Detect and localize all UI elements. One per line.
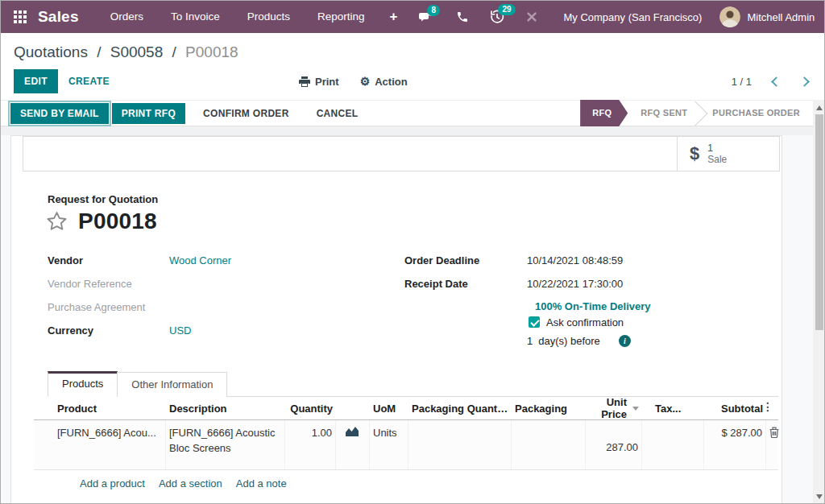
statusbar: SEND BY EMAIL PRINT RFQ CONFIRM ORDER CA… [1,100,813,126]
stage-purchase-order[interactable]: PURCHASE ORDER [699,100,813,126]
scrollbar-thumb[interactable] [815,114,823,330]
activities-icon[interactable]: 29 [490,10,504,24]
add-a-product-link[interactable]: Add a product [80,477,145,490]
col-packaging-quantity[interactable]: Packaging Quanti... [408,403,512,415]
user-menu[interactable]: Mitchell Admin [747,11,815,23]
dollar-icon: $ [690,143,699,164]
nav-reporting[interactable]: Reporting [304,1,379,33]
col-product[interactable]: Product [34,403,166,415]
breadcrumb-separator: / [172,43,176,60]
pager-next-icon[interactable] [799,76,810,87]
tab-other-information[interactable]: Other Information [117,372,227,397]
nav-products[interactable]: Products [234,1,304,33]
delete-line-icon[interactable] [766,420,790,469]
reminder-value: 1 [527,335,533,347]
cell-quantity: 1.00 [285,420,336,469]
ask-confirmation-checkbox[interactable] [529,316,540,328]
print-label: Print [315,76,339,88]
currency-link[interactable]: USD [169,324,191,337]
messages-icon[interactable]: 8 [419,10,435,23]
col-packaging[interactable]: Packaging [512,403,586,415]
action-label: Action [375,76,407,88]
field-vendor-reference: Vendor Reference [48,277,404,300]
scroll-up-icon[interactable] [813,101,825,114]
control-panel: EDIT CREATE Print ⚙ Action 1 / 1 [1,63,824,100]
app-name[interactable]: Sales [38,8,79,26]
pager-previous-icon[interactable] [771,76,781,87]
cell-product: [FURN_6666] Acou... [34,420,166,469]
vertical-scrollbar[interactable] [813,100,825,504]
field-purchase-agreement: Purchase Agreement [48,300,404,324]
field-currency: Currency USD [48,324,404,347]
favorite-star-icon[interactable] [45,210,68,233]
create-button[interactable]: CREATE [58,69,120,93]
phone-icon[interactable] [456,10,469,23]
tab-products[interactable]: Products [48,371,118,397]
print-menu[interactable]: Print [299,76,339,88]
col-description[interactable]: Description [166,403,285,415]
tools-icon[interactable] [525,10,538,23]
printer-icon [299,76,310,87]
order-line-row[interactable]: [FURN_6666] Acou... [FURN_6666] Acoustic… [34,420,778,470]
col-quantity[interactable]: Quantity [285,403,336,415]
field-receipt-date: Receipt Date 10/22/2021 17:30:00 [404,277,651,300]
cell-packaging [512,420,586,469]
action-menu[interactable]: ⚙ Action [360,76,408,88]
cell-taxes [642,420,704,469]
col-uom[interactable]: UoM [370,403,408,415]
add-a-section-link[interactable]: Add a section [159,477,222,490]
field-vendor: Vendor Wood Corner [48,254,404,277]
cell-packaging-quantity [408,420,512,469]
nav-orders[interactable]: Orders [97,1,157,33]
stage-rfq[interactable]: RFQ [580,100,628,126]
breadcrumb-quotations[interactable]: Quotations [14,43,88,60]
vendor-link[interactable]: Wood Corner [169,254,231,266]
page-title: P00018 [78,209,157,234]
sort-caret-icon [632,407,639,411]
pager: 1 / 1 [732,76,808,88]
send-by-email-button[interactable]: SEND BY EMAIL [10,103,109,124]
breadcrumb-current: P00018 [185,43,238,60]
cell-unit-price: 287.00 [586,420,642,469]
add-a-note-link[interactable]: Add a note [236,477,287,490]
apps-menu-icon[interactable] [14,10,27,23]
field-order-deadline: Order Deadline 10/14/2021 08:48:59 [404,254,651,277]
content-gap [1,126,813,135]
edit-button[interactable]: EDIT [14,69,58,93]
user-avatar[interactable] [719,6,740,27]
form-sheet: $ 1 Sale Request for Quotation P000 [10,135,782,504]
col-subtotal[interactable]: Subtotal [704,403,766,415]
table-header-row: Product Description Quantity UoM Packagi… [34,397,778,420]
smart-button-box: $ 1 Sale [23,136,780,171]
company-switcher[interactable]: My Company (San Francisco) [563,11,702,23]
cell-description: [FURN_6666] Acoustic Bloc Screens [166,420,285,469]
on-time-delivery-stat: 100% On-Time Delivery [535,300,651,312]
confirm-order-button[interactable]: CONFIRM ORDER [193,103,299,124]
info-icon [619,335,631,347]
forecast-icon[interactable] [336,420,370,469]
gear-icon: ⚙ [360,76,371,87]
sale-label: Sale [707,154,727,165]
optional-columns-icon[interactable]: ⋮ [762,401,773,412]
breadcrumb-sale-order[interactable]: S00058 [110,43,164,60]
field-grid: Vendor Wood Corner Vendor Reference Purc… [48,254,781,347]
messages-badge: 8 [427,5,440,16]
breadcrumb-row: Quotations / S00058 / P00018 [1,33,824,63]
nav-plus-icon[interactable]: + [379,1,409,33]
document-type-label: Request for Quotation [48,193,781,205]
stage-pipeline: RFQ RFQ SENT PURCHASE ORDER [580,100,813,126]
breadcrumb: Quotations / S00058 / P00018 [14,43,238,60]
pager-counter: 1 / 1 [732,76,752,88]
reminder-field: 1 day(s) before [527,335,651,347]
breadcrumb-separator: / [97,43,101,60]
print-rfq-button[interactable]: PRINT RFQ [112,103,185,124]
sale-smart-button[interactable]: $ 1 Sale [677,137,779,171]
nav-to-invoice[interactable]: To Invoice [157,1,234,33]
col-taxes[interactable]: Tax... [642,403,704,415]
cancel-button[interactable]: CANCEL [307,103,368,124]
order-lines-table: Product Description Quantity UoM Packagi… [34,397,778,490]
col-unit-price[interactable]: Unit Price [586,396,642,420]
scroll-down-icon[interactable] [813,490,825,503]
activities-badge: 29 [498,4,515,15]
sale-count: 1 [707,143,727,154]
